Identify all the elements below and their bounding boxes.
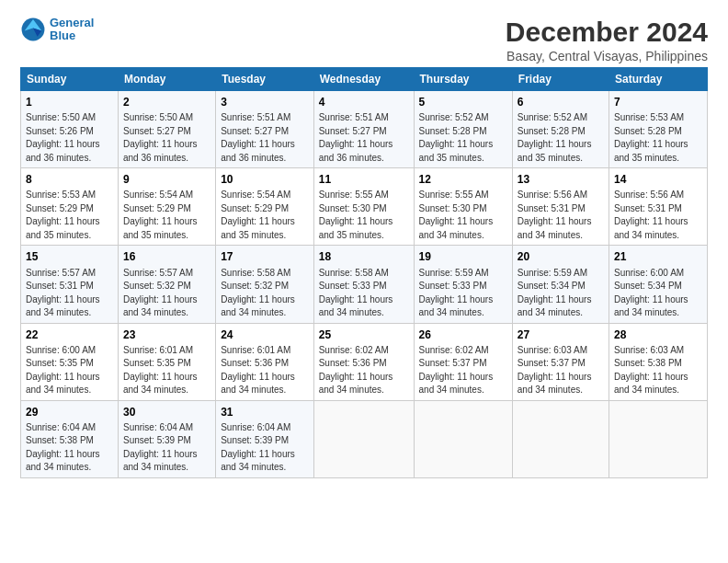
calendar-cell (414, 400, 512, 477)
calendar-cell: 15Sunrise: 5:57 AMSunset: 5:31 PMDayligh… (21, 246, 119, 323)
day-number: 1 (26, 95, 113, 109)
day-detail: Sunrise: 5:54 AMSunset: 5:29 PMDaylight:… (123, 190, 198, 240)
week-row-2: 8Sunrise: 5:53 AMSunset: 5:29 PMDaylight… (21, 168, 708, 246)
day-number: 27 (518, 327, 604, 342)
day-detail: Sunrise: 5:51 AMSunset: 5:27 PMDaylight:… (319, 112, 393, 163)
subtitle: Basay, Central Visayas, Philippines (506, 49, 708, 63)
calendar-cell: 22Sunrise: 6:00 AMSunset: 5:35 PMDayligh… (21, 323, 119, 400)
calendar-cell: 3Sunrise: 5:51 AMSunset: 5:27 PMDaylight… (216, 91, 314, 168)
calendar-cell: 26Sunrise: 6:02 AMSunset: 5:37 PMDayligh… (414, 323, 512, 400)
day-number: 3 (221, 95, 309, 109)
col-thursday: Thursday (414, 68, 512, 91)
day-number: 11 (319, 172, 409, 187)
calendar-cell: 12Sunrise: 5:55 AMSunset: 5:30 PMDayligh… (414, 168, 512, 246)
calendar-cell: 11Sunrise: 5:55 AMSunset: 5:30 PMDayligh… (313, 168, 414, 246)
day-number: 23 (123, 327, 210, 342)
day-detail: Sunrise: 6:03 AMSunset: 5:38 PMDaylight:… (614, 345, 688, 396)
day-number: 28 (614, 327, 702, 342)
logo: General Blue (20, 17, 94, 43)
day-number: 17 (221, 249, 309, 264)
day-detail: Sunrise: 5:50 AMSunset: 5:27 PMDaylight:… (123, 112, 198, 163)
calendar-cell: 7Sunrise: 5:53 AMSunset: 5:28 PMDaylight… (609, 91, 707, 168)
day-detail: Sunrise: 6:04 AMSunset: 5:39 PMDaylight:… (123, 422, 198, 473)
calendar-cell: 5Sunrise: 5:52 AMSunset: 5:28 PMDaylight… (414, 91, 512, 168)
day-number: 6 (518, 95, 604, 109)
day-number: 19 (419, 249, 507, 264)
calendar-cell: 24Sunrise: 6:01 AMSunset: 5:36 PMDayligh… (216, 323, 314, 400)
logo-blue: Blue (50, 29, 75, 42)
week-row-1: 1Sunrise: 5:50 AMSunset: 5:26 PMDaylight… (21, 91, 708, 168)
day-detail: Sunrise: 6:01 AMSunset: 5:36 PMDaylight:… (221, 345, 295, 396)
day-number: 18 (319, 249, 409, 264)
day-number: 10 (221, 172, 309, 187)
day-detail: Sunrise: 5:59 AMSunset: 5:34 PMDaylight:… (518, 268, 592, 318)
day-detail: Sunrise: 5:55 AMSunset: 5:30 PMDaylight:… (319, 190, 393, 240)
calendar-table: Sunday Monday Tuesday Wednesday Thursday… (20, 67, 708, 478)
week-row-3: 15Sunrise: 5:57 AMSunset: 5:31 PMDayligh… (21, 246, 708, 323)
week-row-4: 22Sunrise: 6:00 AMSunset: 5:35 PMDayligh… (21, 323, 708, 400)
calendar-cell: 29Sunrise: 6:04 AMSunset: 5:38 PMDayligh… (21, 400, 119, 477)
day-number: 12 (419, 172, 507, 187)
day-detail: Sunrise: 5:59 AMSunset: 5:33 PMDaylight:… (419, 268, 494, 318)
col-saturday: Saturday (609, 68, 707, 91)
calendar-cell: 14Sunrise: 5:56 AMSunset: 5:31 PMDayligh… (609, 168, 707, 246)
day-number: 21 (614, 249, 702, 264)
header-row: Sunday Monday Tuesday Wednesday Thursday… (21, 68, 708, 91)
day-detail: Sunrise: 6:01 AMSunset: 5:35 PMDaylight:… (123, 345, 198, 396)
calendar-cell: 20Sunrise: 5:59 AMSunset: 5:34 PMDayligh… (512, 246, 609, 323)
day-detail: Sunrise: 5:55 AMSunset: 5:30 PMDaylight:… (419, 190, 494, 240)
day-number: 9 (123, 172, 210, 187)
day-number: 20 (518, 249, 604, 264)
col-monday: Monday (118, 68, 215, 91)
day-detail: Sunrise: 6:03 AMSunset: 5:37 PMDaylight:… (518, 345, 592, 396)
calendar-cell (313, 400, 414, 477)
calendar-cell: 21Sunrise: 6:00 AMSunset: 5:34 PMDayligh… (609, 246, 707, 323)
day-number: 7 (614, 95, 702, 109)
day-number: 25 (319, 327, 409, 342)
page: General Blue December 2024 Basay, Centra… (0, 0, 728, 488)
header: General Blue December 2024 Basay, Centra… (20, 17, 708, 63)
logo-text: General Blue (50, 17, 94, 43)
day-detail: Sunrise: 5:58 AMSunset: 5:32 PMDaylight:… (221, 268, 295, 318)
day-detail: Sunrise: 6:04 AMSunset: 5:39 PMDaylight:… (221, 422, 295, 473)
calendar-cell: 17Sunrise: 5:58 AMSunset: 5:32 PMDayligh… (216, 246, 314, 323)
logo-icon (20, 17, 46, 42)
day-detail: Sunrise: 5:56 AMSunset: 5:31 PMDaylight:… (518, 190, 592, 240)
col-wednesday: Wednesday (313, 68, 414, 91)
day-number: 24 (221, 327, 309, 342)
day-detail: Sunrise: 5:53 AMSunset: 5:28 PMDaylight:… (614, 112, 688, 163)
day-detail: Sunrise: 5:58 AMSunset: 5:33 PMDaylight:… (319, 268, 393, 318)
day-detail: Sunrise: 6:02 AMSunset: 5:36 PMDaylight:… (319, 345, 393, 396)
calendar-cell: 16Sunrise: 5:57 AMSunset: 5:32 PMDayligh… (118, 246, 215, 323)
day-number: 13 (518, 172, 604, 187)
calendar-cell: 1Sunrise: 5:50 AMSunset: 5:26 PMDaylight… (21, 91, 119, 168)
day-detail: Sunrise: 5:51 AMSunset: 5:27 PMDaylight:… (221, 112, 295, 163)
calendar-cell (609, 400, 707, 477)
col-friday: Friday (512, 68, 609, 91)
logo-general: General (50, 16, 94, 29)
calendar-cell: 27Sunrise: 6:03 AMSunset: 5:37 PMDayligh… (512, 323, 609, 400)
day-number: 16 (123, 249, 210, 264)
day-detail: Sunrise: 5:52 AMSunset: 5:28 PMDaylight:… (419, 112, 494, 163)
title-block: December 2024 Basay, Central Visayas, Ph… (506, 17, 708, 63)
calendar-cell: 30Sunrise: 6:04 AMSunset: 5:39 PMDayligh… (118, 400, 215, 477)
day-detail: Sunrise: 6:00 AMSunset: 5:35 PMDaylight:… (26, 345, 100, 396)
calendar-cell: 8Sunrise: 5:53 AMSunset: 5:29 PMDaylight… (21, 168, 119, 246)
day-detail: Sunrise: 6:00 AMSunset: 5:34 PMDaylight:… (614, 268, 688, 318)
day-number: 14 (614, 172, 702, 187)
col-sunday: Sunday (21, 68, 119, 91)
calendar-cell (512, 400, 609, 477)
day-detail: Sunrise: 5:54 AMSunset: 5:29 PMDaylight:… (221, 190, 295, 240)
day-number: 26 (419, 327, 507, 342)
calendar-cell: 9Sunrise: 5:54 AMSunset: 5:29 PMDaylight… (118, 168, 215, 246)
day-detail: Sunrise: 5:52 AMSunset: 5:28 PMDaylight:… (518, 112, 592, 163)
calendar-cell: 10Sunrise: 5:54 AMSunset: 5:29 PMDayligh… (216, 168, 314, 246)
day-detail: Sunrise: 6:02 AMSunset: 5:37 PMDaylight:… (419, 345, 494, 396)
day-number: 30 (123, 405, 210, 419)
calendar-cell: 28Sunrise: 6:03 AMSunset: 5:38 PMDayligh… (609, 323, 707, 400)
calendar-cell: 2Sunrise: 5:50 AMSunset: 5:27 PMDaylight… (118, 91, 215, 168)
calendar-cell: 18Sunrise: 5:58 AMSunset: 5:33 PMDayligh… (313, 246, 414, 323)
day-number: 2 (123, 95, 210, 109)
day-number: 29 (26, 405, 113, 419)
day-number: 22 (26, 327, 113, 342)
